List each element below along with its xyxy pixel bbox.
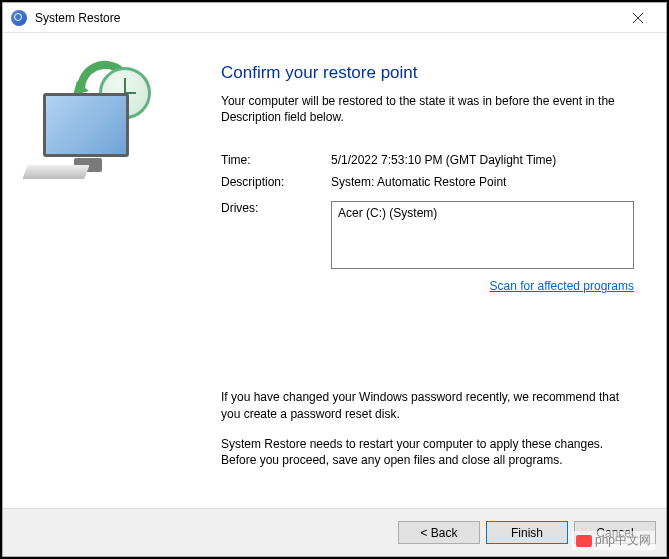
main-panel: Confirm your restore point Your computer… (191, 33, 666, 508)
drives-label: Drives: (221, 201, 331, 215)
password-note: If you have changed your Windows passwor… (221, 389, 634, 421)
sidebar (3, 33, 191, 508)
page-heading: Confirm your restore point (221, 63, 634, 83)
watermark-text: php中文网 (595, 533, 651, 547)
window-title: System Restore (35, 11, 120, 25)
keyboard-icon (22, 165, 89, 179)
time-value: 5/1/2022 7:53:10 PM (GMT Daylight Time) (331, 153, 556, 167)
wizard-footer: < Back Finish Cancel (3, 508, 666, 556)
drives-listbox[interactable]: Acer (C:) (System) (331, 201, 634, 269)
finish-button[interactable]: Finish (486, 521, 568, 544)
scan-affected-programs-link[interactable]: Scan for affected programs (221, 279, 634, 293)
description-row: Description: System: Automatic Restore P… (221, 175, 634, 189)
drive-item[interactable]: Acer (C:) (System) (338, 206, 627, 220)
watermark-logo-icon (576, 535, 592, 547)
titlebar-left: System Restore (11, 10, 120, 26)
back-button[interactable]: < Back (398, 521, 480, 544)
titlebar: System Restore (3, 3, 666, 33)
drives-row: Drives: Acer (C:) (System) (221, 201, 634, 269)
time-label: Time: (221, 153, 331, 167)
system-restore-icon (11, 10, 27, 26)
close-button[interactable] (618, 6, 658, 30)
content-area: Confirm your restore point Your computer… (3, 33, 666, 508)
monitor-icon (43, 93, 129, 157)
time-row: Time: 5/1/2022 7:53:10 PM (GMT Daylight … (221, 153, 634, 167)
description-label: Description: (221, 175, 331, 189)
restart-note: System Restore needs to restart your com… (221, 436, 634, 468)
system-restore-window: System Restore Confirm your restore poin… (2, 2, 667, 557)
description-value: System: Automatic Restore Point (331, 175, 506, 189)
close-icon (633, 13, 643, 23)
restore-illustration (25, 59, 165, 179)
watermark: php中文网 (572, 531, 655, 550)
intro-text: Your computer will be restored to the st… (221, 93, 634, 125)
